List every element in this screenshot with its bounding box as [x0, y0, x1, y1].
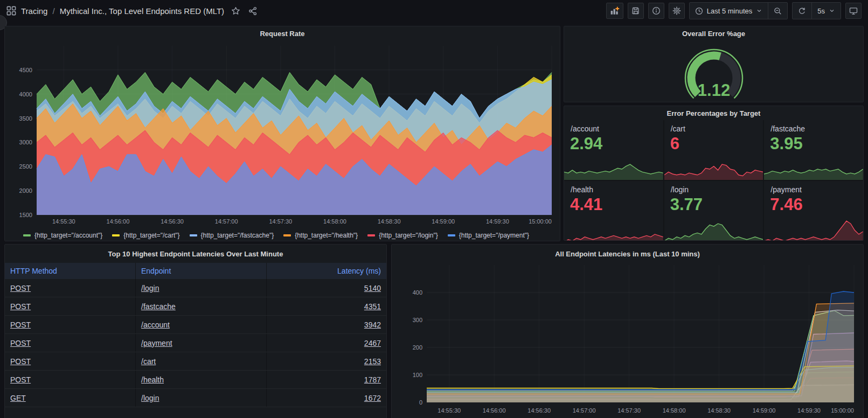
legend-item[interactable]: {http_target="/payment"}	[448, 232, 529, 239]
star-icon[interactable]	[231, 6, 240, 16]
legend-label: {http_target="/health"}	[295, 232, 358, 239]
legend-swatch	[23, 234, 31, 236]
x-axis-tick: 14:58:00	[663, 407, 686, 414]
table-header-endpoint[interactable]: Endpoint	[136, 263, 267, 279]
y-axis-tick: 4000	[19, 91, 32, 97]
table-header-row: HTTP MethodEndpointLatency (ms)	[5, 263, 386, 279]
table-cell-link[interactable]: /cart	[141, 357, 156, 366]
table-cell-link[interactable]: /login	[141, 394, 159, 402]
time-range-label: Last 5 minutes	[707, 7, 753, 15]
table-cell-link[interactable]: /account	[141, 321, 170, 329]
table-cell-link[interactable]: 1787	[364, 375, 381, 384]
stat-cell-payment: /payment7.46	[764, 181, 863, 241]
stat-value: 3.95	[770, 134, 802, 154]
series-line	[427, 333, 854, 396]
refresh-button[interactable]	[793, 3, 811, 19]
stat-value: 7.46	[770, 195, 802, 214]
request-rate-legend: {http_target="/account"}{http_target="/c…	[5, 230, 560, 241]
stat-sparkline	[764, 217, 863, 240]
top-navigation-bar: Tracing / Mythical Inc., Top Level Endpo…	[0, 0, 868, 22]
table-cell-link[interactable]: 2467	[364, 339, 381, 347]
table-cell-link[interactable]: /health	[141, 375, 164, 384]
series-line	[427, 310, 854, 393]
table-cell-link[interactable]: POST	[10, 321, 31, 329]
legend-item[interactable]: {http_target="/fastcache"}	[190, 232, 274, 239]
series-line	[427, 311, 854, 392]
refresh-group: 5s	[792, 2, 841, 19]
x-axis-tick: 14:59:30	[486, 218, 509, 225]
table-header-latency-ms-[interactable]: Latency (ms)	[267, 263, 386, 279]
table-cell-link[interactable]: 2153	[364, 357, 381, 366]
table-cell: 1672	[267, 389, 386, 407]
legend-item[interactable]: {http_target="/login"}	[367, 232, 438, 239]
gear-icon	[673, 7, 680, 15]
table-cell-link[interactable]: POST	[10, 375, 31, 384]
error-gauge: 1.12	[663, 40, 765, 102]
x-axis-tick: 14:59:30	[797, 407, 821, 414]
table-cell-link[interactable]: /login	[141, 284, 159, 292]
stat-sparkline	[664, 217, 763, 240]
table-cell-link[interactable]: 5140	[364, 284, 381, 292]
table-cell: /cart	[136, 352, 267, 370]
table-cell: 4351	[267, 297, 386, 315]
table-cell-link[interactable]: 3942	[364, 321, 381, 329]
table-cell: POST	[5, 316, 136, 333]
dashboard-settings-button[interactable]	[669, 3, 685, 19]
series-line	[427, 367, 854, 391]
apps-grid-icon[interactable]	[6, 6, 16, 16]
table-cell-link[interactable]: 1672	[364, 394, 381, 402]
legend-item[interactable]: {http_target="/health"}	[283, 232, 358, 239]
y-axis-tick: 2500	[19, 163, 32, 170]
table-cell-link[interactable]: /fastcache	[141, 302, 176, 311]
panel-title[interactable]: Overall Error %age	[564, 26, 863, 40]
kiosk-mode-button[interactable]	[845, 3, 862, 19]
x-axis-tick: 14:59:00	[753, 407, 776, 414]
legend-label: {http_target="/fastcache"}	[201, 232, 274, 239]
table-cell: /account	[136, 316, 267, 333]
legend-item[interactable]: {http_target="/account"}	[23, 232, 102, 239]
table-header-http-method[interactable]: HTTP Method	[5, 263, 136, 279]
table-cell-link[interactable]: POST	[10, 339, 31, 347]
stat-sparkline	[564, 157, 663, 180]
legend-item[interactable]: {http_target="/cart"}	[112, 232, 179, 239]
stat-sparkline	[564, 217, 663, 240]
panel-title[interactable]: Error Percentages by Target	[564, 106, 863, 120]
y-axis-tick: 200	[413, 344, 422, 351]
panel-overall-error-gauge: Overall Error %age 1.12	[564, 26, 864, 102]
panel-title[interactable]: All Endpoint Latencies in ms (Last 10 mi…	[392, 245, 863, 263]
panel-title[interactable]: Top 10 Highest Endpoint Latencies Over L…	[5, 245, 386, 263]
endpoint-latency-chart[interactable]: 14:55:3014:56:0014:56:3014:57:0014:57:30…	[395, 263, 859, 418]
table-cell-link[interactable]: POST	[10, 284, 31, 292]
panel-title[interactable]: Request Rate	[5, 26, 560, 40]
share-icon[interactable]	[248, 6, 258, 16]
table-row: GET/login1672	[5, 389, 386, 407]
add-panel-button[interactable]	[606, 3, 623, 19]
table-row: POST/health1787	[5, 371, 386, 389]
panel-top-latencies-table: Top 10 Highest Endpoint Latencies Over L…	[4, 244, 387, 418]
breadcrumb-app[interactable]: Tracing	[21, 6, 47, 16]
table-cell: 2467	[267, 334, 386, 352]
request-rate-chart[interactable]: 14:55:3014:56:0014:56:3014:57:0014:57:30…	[8, 40, 557, 230]
zoom-out-button[interactable]	[768, 3, 787, 19]
table-cell-link[interactable]: GET	[10, 394, 26, 402]
stat-cell-account: /account2.94	[564, 120, 663, 180]
x-axis-tick: 14:56:30	[161, 218, 184, 225]
legend-label: {http_target="/cart"}	[123, 232, 179, 239]
x-axis-tick: 15:00:00	[831, 407, 854, 414]
table-cell: /login	[136, 389, 267, 407]
x-axis-tick: 14:57:00	[215, 218, 238, 225]
dashboard-insights-button[interactable]	[648, 3, 664, 19]
table-cell-link[interactable]: /payment	[141, 339, 172, 347]
series-line	[427, 366, 854, 388]
legend-label: {http_target="/login"}	[379, 232, 438, 239]
breadcrumb-dashboard-title[interactable]: Mythical Inc., Top Level Endpoints RED (…	[60, 6, 224, 16]
table-cell-link[interactable]: POST	[10, 357, 31, 366]
time-range-picker[interactable]: Last 5 minutes	[690, 3, 768, 19]
table-cell-link[interactable]: 4351	[364, 302, 381, 311]
gauge-value: 1.12	[697, 81, 730, 100]
save-dashboard-button[interactable]	[628, 3, 644, 19]
time-picker-group: Last 5 minutes	[689, 2, 788, 19]
table-cell-link[interactable]: POST	[10, 302, 31, 311]
table-cell: POST	[5, 334, 136, 352]
refresh-interval-picker[interactable]: 5s	[811, 3, 841, 19]
